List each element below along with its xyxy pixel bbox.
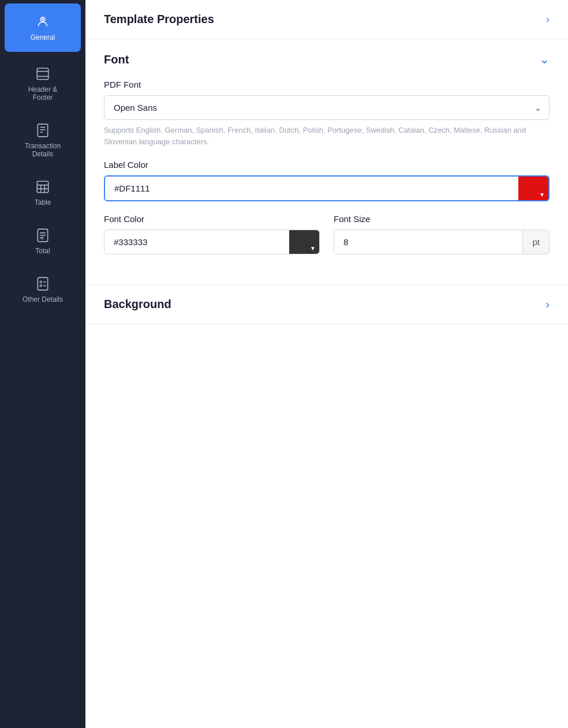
label-color-swatch[interactable]: ▼ (518, 177, 548, 200)
sidebar-item-table[interactable]: Table (0, 168, 85, 217)
font-size-unit: pt (522, 230, 549, 254)
font-color-size-row: Font Color ▼ Font Size pt (104, 214, 550, 267)
transaction-details-icon (35, 122, 51, 138)
sidebar-item-other-details[interactable]: Other Details (0, 265, 85, 314)
svg-rect-9 (37, 181, 48, 193)
font-section-header[interactable]: Font ⌄ (85, 39, 568, 80)
sidebar-item-label-transaction: TransactionDetails (25, 142, 61, 158)
font-color-swatch-arrow-icon: ▼ (310, 245, 316, 252)
background-section-chevron[interactable]: › (545, 298, 550, 311)
font-color-swatch[interactable]: ▼ (289, 230, 319, 254)
svg-rect-16 (38, 277, 47, 290)
template-properties-header: Template Properties › (85, 0, 568, 39)
font-size-label: Font Size (334, 214, 550, 224)
label-color-swatch-arrow-icon: ▼ (539, 192, 545, 198)
background-section-title: Background (104, 298, 171, 311)
sidebar-item-general[interactable]: General (5, 3, 81, 52)
pdf-font-hint: Supports English, German, Spanish, Frenc… (104, 125, 550, 147)
font-section-content: PDF Font Open Sans Roboto Arial ⌄ Suppor… (85, 80, 568, 284)
background-section-header[interactable]: Background › (85, 285, 568, 324)
sidebar-item-label-table: Table (35, 198, 51, 207)
font-size-field: Font Size pt (334, 214, 550, 254)
label-color-input-wrapper: ▼ (104, 175, 550, 201)
sidebar-item-label-general: General (31, 33, 55, 42)
sidebar: General Header &Footer TransactionDetail… (0, 0, 85, 728)
pdf-font-select-wrapper: Open Sans Roboto Arial ⌄ (104, 95, 550, 120)
sidebar-item-header-footer[interactable]: Header &Footer (0, 55, 85, 112)
font-color-label: Font Color (104, 214, 320, 224)
main-content: Template Properties › Font ⌄ PDF Font Op… (85, 0, 568, 728)
pdf-font-field: PDF Font Open Sans Roboto Arial ⌄ Suppor… (104, 80, 550, 147)
template-properties-chevron[interactable]: › (546, 13, 550, 25)
font-size-input[interactable] (334, 230, 522, 254)
font-color-input-wrapper: ▼ (104, 230, 320, 254)
font-section: Font ⌄ PDF Font Open Sans Roboto Arial ⌄… (85, 39, 568, 285)
svg-point-19 (40, 285, 42, 287)
pdf-font-select[interactable]: Open Sans Roboto Arial (104, 95, 550, 120)
template-properties-title: Template Properties (104, 13, 214, 26)
header-footer-icon (35, 66, 51, 82)
sidebar-item-label-other-details: Other Details (23, 295, 63, 303)
sidebar-item-transaction-details[interactable]: TransactionDetails (0, 112, 85, 168)
font-section-chevron[interactable]: ⌄ (539, 52, 550, 67)
svg-point-1 (42, 19, 43, 20)
label-color-label: Label Color (104, 160, 550, 170)
sidebar-item-label-total: Total (35, 247, 50, 255)
svg-rect-2 (37, 68, 48, 80)
sidebar-item-total[interactable]: Σ Total (0, 217, 85, 265)
label-color-field: Label Color ▼ (104, 160, 550, 201)
font-size-input-wrapper: pt (334, 230, 550, 254)
total-icon: Σ (35, 227, 51, 243)
sidebar-item-label-header-footer: Header &Footer (28, 85, 58, 102)
table-icon (35, 179, 51, 195)
font-color-input[interactable] (104, 230, 289, 254)
font-color-field: Font Color ▼ (104, 214, 320, 254)
svg-rect-5 (38, 124, 47, 137)
svg-point-17 (40, 281, 42, 283)
label-color-input[interactable] (105, 177, 518, 200)
background-section: Background › (85, 285, 568, 324)
font-section-title: Font (104, 53, 129, 66)
svg-text:Σ: Σ (42, 235, 44, 241)
other-details-icon (35, 276, 51, 292)
pdf-font-label: PDF Font (104, 80, 550, 89)
general-icon (35, 14, 51, 30)
